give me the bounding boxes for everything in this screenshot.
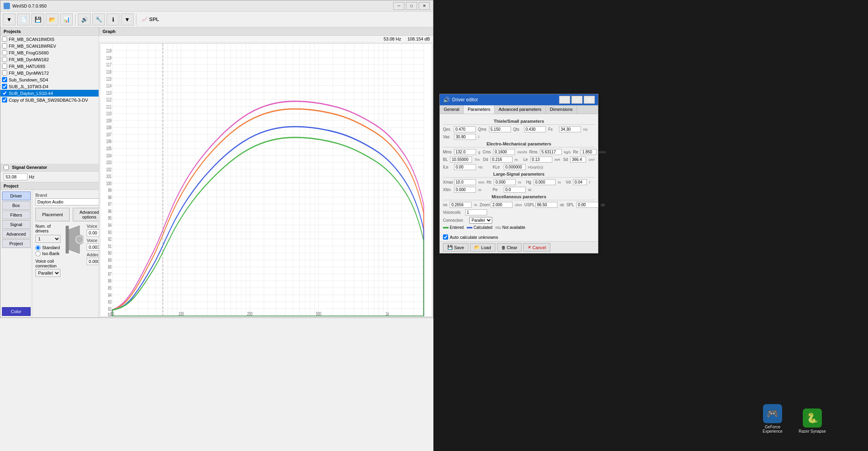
standard-radio[interactable] xyxy=(35,245,41,250)
project-item-6[interactable]: Sub_Sundown_SD4 xyxy=(0,76,99,83)
tab-advanced-parameters[interactable]: Advanced parameters xyxy=(495,105,546,114)
signal-generator-section: Signal Generator xyxy=(0,164,99,172)
nav-driver[interactable]: Driver xyxy=(2,192,31,200)
pe-input[interactable] xyxy=(504,187,526,193)
driver-editor-minimize[interactable]: ─ xyxy=(559,96,570,104)
settings-btn[interactable]: 🔧 xyxy=(92,14,105,25)
open-button[interactable]: 📂 xyxy=(46,14,58,25)
isobarik-radio-label[interactable]: Iso-Barik xyxy=(35,251,60,256)
project-item-9[interactable]: Copy of SUB_SBA_SW26DBAC76-3-DV xyxy=(0,97,99,103)
vas-input[interactable] xyxy=(454,134,476,140)
brand-input[interactable] xyxy=(35,198,99,205)
project-checkbox-9[interactable] xyxy=(2,97,7,103)
save-action-button[interactable]: 💾 Save xyxy=(443,243,468,252)
ile-input[interactable] xyxy=(454,164,476,170)
nav-filters[interactable]: Filters xyxy=(2,211,31,219)
standard-radio-label[interactable]: Standard xyxy=(35,245,60,250)
nav-project[interactable]: Project xyxy=(2,239,31,248)
cancel-action-button[interactable]: ✕ Cancel xyxy=(523,243,550,252)
razer-icon: 🐍 xyxy=(803,408,822,428)
project-checkbox-1[interactable] xyxy=(2,43,7,48)
cms-input[interactable] xyxy=(493,149,515,155)
clear-action-button[interactable]: 🗑 Clear xyxy=(497,243,522,252)
placement-button[interactable]: Placement xyxy=(35,208,70,221)
connection-select[interactable]: Parallel Series xyxy=(469,217,492,224)
xlim-input[interactable] xyxy=(454,187,476,193)
tab-general[interactable]: General xyxy=(440,105,464,114)
nav-advanced[interactable]: Advanced xyxy=(2,230,31,238)
project-checkbox-3[interactable] xyxy=(2,57,7,62)
project-item-7[interactable]: SUB_JL_10TW3-D4 xyxy=(0,83,99,90)
maximize-button[interactable]: □ xyxy=(406,2,417,10)
new-button[interactable]: 📄 xyxy=(17,14,30,25)
num-drivers-select[interactable]: 1 2 3 4 xyxy=(35,235,60,243)
voicecoils-input[interactable] xyxy=(465,209,487,215)
mms-input[interactable] xyxy=(454,149,476,155)
dd-input[interactable] xyxy=(491,157,513,163)
sd-input[interactable] xyxy=(570,157,586,163)
project-checkbox-6[interactable] xyxy=(2,77,7,82)
qts-input[interactable] xyxy=(524,126,546,132)
kle-input[interactable] xyxy=(504,164,526,170)
added-mass-input[interactable] xyxy=(87,258,99,265)
minimize-button[interactable]: ─ xyxy=(393,2,404,10)
color-button[interactable]: Color xyxy=(2,307,31,316)
voice-coil-temp-input[interactable] xyxy=(87,229,99,236)
generate-checkbox[interactable] xyxy=(4,165,9,170)
driver-editor-close[interactable]: ✕ xyxy=(584,96,595,104)
graph-container[interactable]: 119 118 117 116 115 114 113 112 111 110 … xyxy=(100,43,432,317)
driver-btn[interactable]: 🔊 xyxy=(78,14,91,25)
isobarik-radio[interactable] xyxy=(35,251,41,256)
voice-coil-connection-select[interactable]: Parallel Series xyxy=(35,269,60,277)
driver-editor-maximize[interactable]: □ xyxy=(571,96,583,104)
spl-input[interactable] xyxy=(577,202,598,208)
project-item-0[interactable]: FR_MB_SCAN18WDIS xyxy=(0,36,99,43)
project-section-label: Project xyxy=(0,182,99,190)
desktop-icon-geforce[interactable]: 🎮 GeForce Experience xyxy=(757,403,788,435)
project-item-5[interactable]: FR_MB_DynMW172 xyxy=(0,70,99,76)
close-button[interactable]: ✕ xyxy=(419,2,430,10)
fs-input[interactable] xyxy=(559,126,581,132)
xmax-input[interactable] xyxy=(454,179,476,185)
uspl-input[interactable] xyxy=(536,202,557,208)
save-button[interactable]: 💾 xyxy=(31,14,44,25)
project-item-3[interactable]: FR_MB_DynMW182 xyxy=(0,56,99,63)
re-input[interactable] xyxy=(581,149,596,155)
file-menu-button[interactable]: ▼ xyxy=(3,14,16,25)
nav-signal[interactable]: Signal xyxy=(2,220,31,229)
ile-unit: Hz xyxy=(478,165,490,169)
project-checkbox-2[interactable] xyxy=(2,50,7,55)
auto-calc-checkbox[interactable] xyxy=(443,234,448,240)
advanced-options-button[interactable]: Advanced options xyxy=(73,208,99,221)
load-action-button[interactable]: 📂 Load xyxy=(470,243,495,252)
project-checkbox-8[interactable] xyxy=(2,91,7,96)
no-input[interactable] xyxy=(450,202,472,208)
project-item-2[interactable]: FR_MB_FrogGS690 xyxy=(0,49,99,56)
desktop-icon-razer[interactable]: 🐍 Razer Synapse xyxy=(796,407,828,435)
znom-input[interactable] xyxy=(491,202,513,208)
vd-input[interactable] xyxy=(573,179,587,185)
project-item-4[interactable]: FR_MB_HATU69S xyxy=(0,63,99,70)
hg-input[interactable] xyxy=(534,179,555,185)
tab-parameters[interactable]: Parameters xyxy=(464,105,495,114)
qms-input[interactable] xyxy=(489,126,511,132)
le-input[interactable] xyxy=(530,157,552,163)
project-checkbox-0[interactable] xyxy=(2,37,7,42)
project-checkbox-5[interactable] xyxy=(2,70,7,75)
svg-rect-128 xyxy=(443,227,449,228)
voice-coil-resistance-input[interactable] xyxy=(87,244,99,251)
project-item-8[interactable]: SUB_Dayton_LS10-44 xyxy=(0,90,99,97)
qes-input[interactable] xyxy=(454,126,476,132)
project-checkbox-4[interactable] xyxy=(2,64,7,69)
project-checkbox-7[interactable] xyxy=(2,84,7,89)
signal-freq-input[interactable] xyxy=(4,173,27,180)
nav-box[interactable]: Box xyxy=(2,201,31,210)
info-btn[interactable]: ℹ xyxy=(107,14,119,25)
project-item-1[interactable]: FR_MB_SCAN18WREV xyxy=(0,43,99,49)
tab-dimensions[interactable]: Dimensions xyxy=(546,105,577,114)
rms-input[interactable] xyxy=(540,149,562,155)
export-button[interactable]: 📊 xyxy=(60,14,73,25)
hc-input[interactable] xyxy=(494,179,516,185)
bl-input[interactable] xyxy=(450,157,472,163)
dropdown-btn[interactable]: ▼ xyxy=(121,14,134,25)
